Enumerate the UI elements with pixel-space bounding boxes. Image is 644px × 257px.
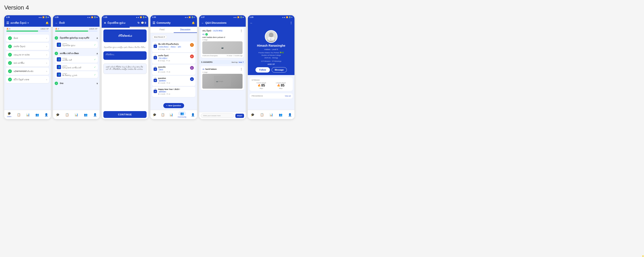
- quiz-question-box: නිරීක්ෂණය: [104, 30, 146, 42]
- tab-discussion[interactable]: Discussion: [174, 27, 197, 33]
- sort-chevron-icon[interactable]: ▾: [243, 61, 244, 63]
- post-tags: questions: [158, 80, 189, 82]
- nav-item-chart[interactable]: 📊: [270, 113, 273, 116]
- answers-count: 5 ANSWERS: [201, 61, 212, 63]
- lesson-section-1: ✓විද්‍යාත්මික ක්‍රමවේදය යෙදා ගැනීම ∧ 📘 L…: [55, 35, 98, 49]
- back-arrow-icon[interactable]: ←: [201, 22, 204, 25]
- new-question-button[interactable]: + New Question: [163, 103, 184, 108]
- screen4-header-title: Community: [156, 22, 170, 24]
- fire-icon: 🔥: [258, 84, 261, 87]
- streak-current-label: Current Streak: [256, 82, 266, 84]
- nav-item-book[interactable]: 📋: [65, 113, 69, 116]
- section-title-3: මාස: [60, 82, 63, 85]
- profile-name: Himash Ranasinghe: [257, 44, 285, 47]
- post-item[interactable]: +1 0 question questions 🗓 1 month 👁 22: [152, 76, 195, 86]
- chat-icon[interactable]: 💬 0: [141, 22, 146, 24]
- lesson-item[interactable]: 📘 Lesson විද්‍යාත්මික ක්‍රමය ✓: [55, 41, 98, 48]
- book-icon: 📋: [65, 113, 69, 116]
- nav-item-chart[interactable]: 📊: [74, 113, 78, 116]
- screen5-content: රාරු විද්‍යාව රාරු ශිෂ MCQ ⋮ +1 ✓ mek ha…: [199, 27, 246, 112]
- write-answer-input[interactable]: Write your answer here: [201, 113, 234, 118]
- post-title: question: [158, 77, 189, 79]
- tag-chip: ශිෂ ශේශ්‍රිතය: [158, 57, 168, 59]
- arrow-icon: ›: [46, 70, 47, 73]
- view-all-link[interactable]: View all: [285, 95, 291, 97]
- answers-header: 5 ANSWERS Sort by: Vote ▾: [199, 60, 246, 64]
- nav-item-community[interactable]: 👥: [84, 113, 88, 116]
- refresh-icon[interactable]: ↻: [138, 22, 140, 24]
- back-arrow-icon[interactable]: ←: [55, 22, 58, 25]
- list-item[interactable]: ✓ ඥharmonized ක්ෂේප ›: [6, 68, 49, 75]
- nav-item-book[interactable]: 📋: [17, 113, 20, 116]
- post-item[interactable]: +2 3 Happy New Year ! 2k25 ! @Himash 🗓 1…: [152, 87, 195, 97]
- tab-feed[interactable]: Feed: [150, 27, 174, 33]
- tag-chip: ශ්‍රී 6: [177, 46, 182, 48]
- screen2-bottom-nav: 🎓 📋 📊 👥 👤: [53, 110, 100, 119]
- lesson-item[interactable]: 📘 Lesson විශ්ලේෂණ හෝෂීය රාශි ✓: [55, 64, 98, 70]
- nav-item-profile[interactable]: 👤: [288, 113, 292, 116]
- list-item[interactable]: ✓ ස්ථිර විද්‍යුත් ෂොෂ ›: [6, 76, 49, 83]
- post-item[interactable]: +1 4 නූශ‍ශෝශ unit 3 🗓 1 month 👁 29: [152, 65, 195, 75]
- screen5-app-header: ← Q&A Discussions: [199, 19, 246, 27]
- post-button[interactable]: POST: [235, 114, 244, 118]
- post-item[interactable]: +1 2 ශීෂ රාශිර නිරූශනිරෝදේශ ශාස්ත්‍ය ශීෂ…: [152, 42, 195, 52]
- svg-point-3: [269, 33, 274, 37]
- nav-item-learn[interactable]: 🎓 Learn: [7, 112, 11, 117]
- arrow-icon: ›: [46, 62, 47, 64]
- nav-item-book[interactable]: 📋: [260, 113, 264, 116]
- sort-dropdown[interactable]: Vote: [238, 61, 242, 63]
- screen1-status-bar: 1:25 ▲▲ 📶 🔋98: [4, 15, 51, 19]
- lesson-check-icon: ✓: [94, 44, 96, 46]
- message-button[interactable]: Message: [272, 67, 287, 73]
- collapse-icon-2[interactable]: ∧: [96, 52, 98, 55]
- nav-item-learn[interactable]: 🎓: [153, 113, 156, 116]
- community-icon: 👥: [84, 113, 88, 116]
- svg-rect-5: [268, 37, 274, 41]
- collapse-icon-1[interactable]: ∧: [96, 37, 98, 39]
- nav-item-profile[interactable]: 👤: [191, 113, 195, 116]
- nav-item-profile[interactable]: 👤: [44, 113, 48, 116]
- filter-chip[interactable]: Most Recent ▾: [152, 35, 167, 39]
- nav-item-chart[interactable]: 📊: [170, 113, 173, 116]
- lesson-item[interactable]: 📘 Lesson SI ශීෂකවල ලූපණ ✓: [55, 71, 98, 78]
- section-header-2: ✓හෝෂීය රාශි හා ශීෂක ∧: [55, 51, 98, 56]
- list-item[interactable]: ✓ සාර හෝෂීය ›: [6, 59, 49, 67]
- check-icon: ✓: [8, 53, 12, 57]
- bell-icon[interactable]: 🔔: [192, 22, 195, 24]
- post-item[interactable]: +1 2 ශාන්ත විද්‍යාව ශිෂ ශේශ්‍රිතය 🗓 24 d…: [152, 53, 195, 64]
- continue-button[interactable]: CONTINUE: [104, 111, 146, 118]
- nav-item-book[interactable]: 📋: [161, 113, 164, 116]
- list-item-label: සාර හෝෂීය: [14, 62, 24, 64]
- nav-item-community[interactable]: 👥: [36, 113, 39, 116]
- streak-card: STREAK Current Streak 🔥 85 days Longest …: [250, 77, 293, 91]
- screen1-xp-value: 13022 XP: [40, 28, 49, 30]
- list-item[interactable]: ✓ මීඝම් ›: [6, 35, 49, 42]
- screen4-status-bar: 1:33 ▲▲ 📶 🔋97: [150, 15, 197, 19]
- list-item[interactable]: ✓ ශාන්ත විද්‍යාව ›: [6, 43, 49, 50]
- nav-item-community[interactable]: 👥 Community: [178, 111, 186, 118]
- follow-button[interactable]: Follow: [256, 67, 270, 73]
- nav-item-chart[interactable]: 📊: [26, 113, 30, 116]
- hamburger-icon[interactable]: ☰: [152, 21, 155, 25]
- plus-icon: +: [166, 105, 167, 107]
- dots-icon[interactable]: ⋮: [290, 22, 292, 24]
- dots-icon[interactable]: ⋮: [240, 29, 242, 32]
- nav-item-profile[interactable]: 👤: [93, 113, 97, 116]
- nav-item-learn[interactable]: 🎓: [56, 113, 60, 116]
- nav-item-community[interactable]: 👥: [279, 113, 282, 116]
- hamburger-icon[interactable]: ☰: [6, 21, 9, 25]
- nav-item-learn[interactable]: 🎓: [251, 113, 254, 116]
- back-arrow-icon[interactable]: ←: [250, 22, 253, 25]
- sort-by-label: Sort by:: [232, 61, 238, 63]
- dots-icon[interactable]: ⋮: [240, 68, 242, 71]
- close-icon[interactable]: ✕: [104, 22, 106, 25]
- list-item[interactable]: ✓ දෙළොස හා සරෘස ›: [6, 51, 49, 58]
- screen4-app-header: ☰ Community 🔔: [150, 19, 197, 27]
- question-tag: රාරු ශිෂ MCQ: [212, 30, 223, 32]
- streak-current-unit: days: [256, 87, 266, 89]
- bell-icon[interactable]: 🔔: [46, 22, 49, 24]
- collapse-icon-3[interactable]: ∨: [96, 82, 98, 85]
- arrow-icon: ›: [46, 54, 47, 56]
- lesson-item[interactable]: 📘 Lesson හෝෂීය රාශි ✓: [55, 56, 98, 63]
- qa-question-item: රාරු විද්‍යාව රාරු ශිෂ MCQ ⋮ +1 ✓ mek ha…: [201, 28, 244, 58]
